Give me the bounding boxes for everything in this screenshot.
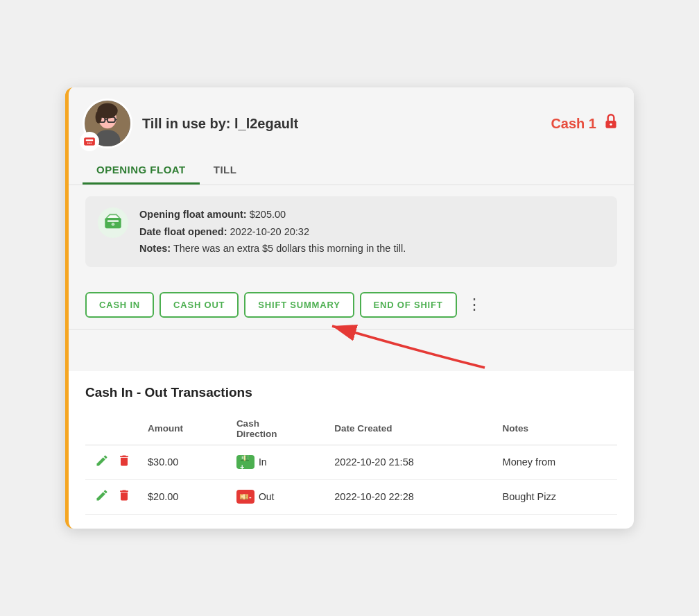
notes-label: Notes: (139, 243, 171, 254)
svg-rect-18 (107, 221, 119, 222)
cash-in-button[interactable]: CASH IN (85, 292, 154, 318)
svg-rect-10 (85, 138, 95, 146)
table-title: Cash In - Out Transactions (85, 385, 617, 400)
table-row: $20.00 💴- Out 2022-10-20 22:28 Bought Pi… (85, 479, 617, 514)
row-amount: $30.00 (141, 445, 230, 479)
date-value: 2022-10-20 20:32 (230, 226, 310, 237)
date-label: Date float opened: (139, 226, 227, 237)
float-info-box: Opening float amount: $205.00 Date float… (85, 196, 617, 267)
row-actions (85, 479, 141, 514)
tabs-row: OPENING FLOAT TILL (83, 157, 620, 185)
till-user-label: Till in use by: l_l2egault (142, 116, 298, 132)
tab-till[interactable]: TILL (200, 157, 251, 185)
row-notes: Money from (496, 445, 617, 479)
row-direction: 💴- Out (230, 479, 327, 514)
notes-value: There was an extra $5 dollars this morni… (173, 243, 406, 254)
row-notes: Bought Pizz (496, 479, 617, 514)
svg-rect-11 (86, 139, 94, 141)
transactions-table: Amount CashDirection Date Created Notes (85, 413, 617, 515)
tab-opening-float[interactable]: OPENING FLOAT (83, 157, 200, 185)
col-notes: Notes (496, 413, 617, 445)
amount-label: Opening float amount: (139, 209, 247, 220)
delete-button[interactable] (114, 454, 134, 471)
shift-summary-button[interactable]: SHIFT SUMMARY (244, 292, 354, 318)
avatar-wrapper (83, 99, 132, 148)
float-section: Opening float amount: $205.00 Date float… (69, 185, 634, 281)
cash-label: Cash 1 (551, 116, 596, 132)
svg-point-16 (610, 123, 612, 126)
delete-button[interactable] (114, 488, 134, 506)
svg-rect-14 (91, 143, 92, 144)
edit-button[interactable] (92, 488, 112, 506)
cash-indicator: Cash 1 (551, 112, 620, 135)
float-details: Opening float amount: $205.00 Date float… (139, 206, 406, 257)
end-of-shift-button[interactable]: END OF SHIFT (360, 292, 457, 318)
float-icon (98, 207, 128, 238)
row-date: 2022-10-20 21:58 (327, 445, 495, 479)
svg-rect-13 (89, 143, 90, 144)
svg-rect-12 (87, 143, 89, 144)
table-row: $30.00 💵+ In 2022-10-20 21:58 Money from (85, 445, 617, 479)
cash-out-button[interactable]: CASH OUT (159, 292, 239, 318)
col-amount: Amount (141, 413, 230, 445)
svg-point-19 (112, 223, 115, 226)
more-options-button[interactable]: ⋮ (463, 297, 486, 312)
col-direction: CashDirection (230, 413, 327, 445)
table-section: Cash In - Out Transactions Amount CashDi… (69, 371, 634, 529)
svg-point-9 (96, 111, 102, 123)
header: Till in use by: l_l2egault Cash 1 OPENIN… (69, 87, 634, 185)
edit-button[interactable] (92, 454, 112, 471)
pos-icon (80, 132, 99, 151)
main-card: Till in use by: l_l2egault Cash 1 OPENIN… (65, 87, 634, 529)
amount-value: $205.00 (250, 209, 286, 220)
row-amount: $20.00 (141, 479, 230, 514)
col-actions (85, 413, 141, 445)
lock-icon (602, 112, 620, 135)
arrow-annotation (69, 330, 634, 371)
arrow-svg (277, 323, 512, 371)
row-date: 2022-10-20 22:28 (327, 479, 495, 514)
col-date: Date Created (327, 413, 495, 445)
row-direction: 💵+ In (230, 445, 327, 479)
row-actions (85, 445, 141, 479)
